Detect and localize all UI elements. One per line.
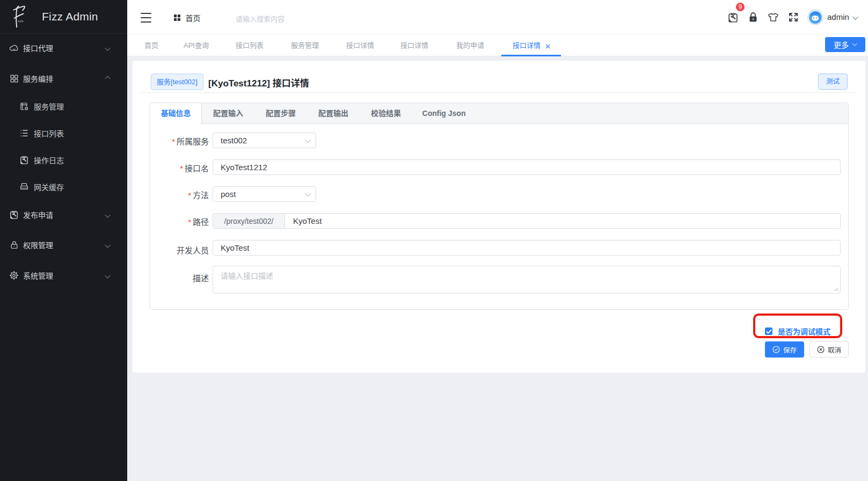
svg-text:</>: </> (18, 19, 24, 24)
